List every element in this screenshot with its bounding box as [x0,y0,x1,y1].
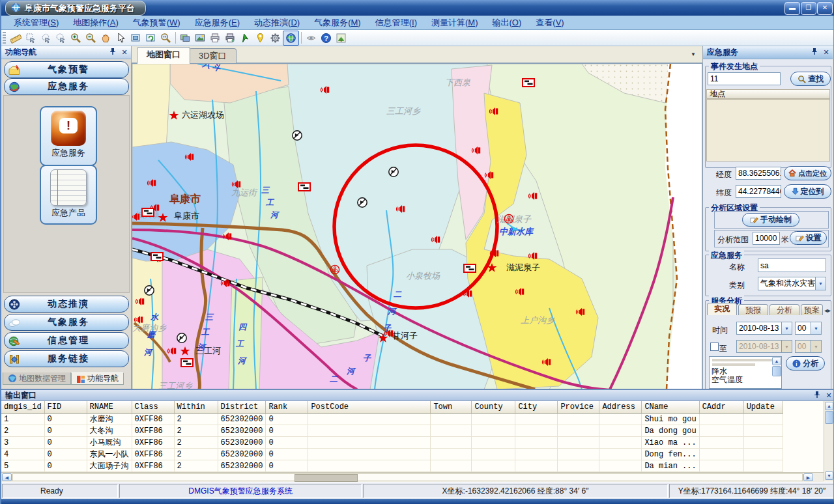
location-list[interactable] [706,99,830,161]
element-list[interactable]: 降水空气温度 [709,356,782,389]
scroll-thumb[interactable] [295,474,358,482]
shortcut-应急服务[interactable]: !应急服务 [40,106,97,166]
column-header-Address[interactable]: Address [599,401,642,413]
date-select[interactable]: 2010-08-13▼ [736,322,792,335]
manual-draw-button[interactable]: 手动绘制 [742,213,799,227]
column-header-Within[interactable]: Within [174,401,218,413]
service-type-select[interactable]: 气象和洪水灾害▼ [758,277,826,290]
toolbar-button-green-pointer[interactable] [238,31,253,45]
pin-icon[interactable] [108,48,117,57]
toolbar-button-pan-hand[interactable] [98,31,113,45]
table-row[interactable]: 30小马厩沟0XFF8626523020000Xiao ma ... [1,437,783,449]
menu-item-查看[interactable]: 查看(V) [528,17,571,29]
table-row[interactable]: 10水磨沟0XFF8626523020000Shui mo gou [1,413,783,425]
toolbar-button-zoom-out[interactable] [83,31,98,45]
minimize-button[interactable]: ▬ [784,2,800,15]
column-header-CAddr[interactable]: CAddr [699,401,743,413]
toolbar-button-place-marker[interactable] [253,31,268,45]
latitude-input[interactable]: 44.22778446 [736,185,781,198]
nav-group-服务链接[interactable]: 服务链接 [4,350,129,367]
nav-group-气象预警[interactable]: 气象预警 [4,61,129,78]
toolbar-button-scene-image[interactable] [334,31,349,45]
analyze-button[interactable]: i 分析 [786,356,825,371]
toolbar-button-select-polygon[interactable] [38,31,53,45]
panel-tab-地图数据管理[interactable]: 地图数据管理 [3,372,71,385]
toolbar-button-print-setup[interactable] [223,31,238,45]
analysis-tab-分析[interactable]: 分析 [769,304,799,315]
range-input[interactable]: 10000 [753,232,780,245]
menu-item-测量计算[interactable]: 测量计算(M) [424,17,485,29]
longitude-input[interactable]: 88.36255061 [736,167,781,180]
column-header-CName[interactable]: CName [642,401,699,413]
column-header-PostCode[interactable]: PostCode [308,401,431,413]
output-vertical-scrollbar[interactable]: ▲ ▼ [824,401,834,481]
nav-group-气象服务[interactable]: 气象服务 [4,314,129,331]
analysis-tab-预案[interactable]: 预案 [801,304,823,315]
location-search-input[interactable]: 11 [708,72,781,85]
column-header-RNAME[interactable]: RNAME [87,401,132,413]
map-tab-3D窗口[interactable]: 3D窗口 [189,48,237,64]
shortcut-应急产品[interactable]: 应急产品 [40,165,97,225]
click-locate-button[interactable]: 点击定位 [784,166,831,180]
chevron-down-icon[interactable]: ▼ [688,50,698,60]
table-row[interactable]: 40东风一小队0XFF8626523020000Dong fen... [1,449,783,460]
toolbar-button-select-rect[interactable] [23,31,38,45]
menu-item-动态推演[interactable]: 动态推演(D) [247,17,307,29]
column-header-Provice[interactable]: Provice [558,401,599,413]
column-header-dmgis_id[interactable]: dmgis_id [1,401,44,413]
nav-group-动态推演[interactable]: 动态推演 [4,296,129,313]
toolbar-button-help[interactable]: ? [319,31,334,45]
column-header-District[interactable]: District [218,401,266,413]
map-canvas[interactable]: 八 斗六运湖农场三工河乡下西泉九运街阜康市城关镇阜康市滋泥泉子中新水库滋泥泉子小… [132,63,702,390]
to-checkbox[interactable] [710,343,719,351]
pin-icon[interactable] [812,391,822,400]
toolbar-button-measure-ruler[interactable] [8,31,23,45]
toolbar-button-layers[interactable] [178,31,193,45]
toolbar-button-eye-view[interactable] [304,31,319,45]
analysis-tab-预报[interactable]: 预报 [738,304,768,315]
table-row[interactable]: 20大冬沟0XFF8626523020000Da dong gou [1,425,783,437]
toolbar-button-select-lasso[interactable] [53,31,68,45]
find-button[interactable]: 查找 [790,72,831,86]
column-header-City[interactable]: City [515,401,558,413]
close-icon[interactable]: ✕ [822,48,831,57]
column-header-County[interactable]: County [472,401,515,413]
column-header-Rank[interactable]: Rank [266,401,308,413]
tab-scroll-arrows[interactable]: ◂▸ [824,307,831,314]
menu-item-地图操作[interactable]: 地图操作(A) [66,17,125,29]
element-item-空气温度[interactable]: 空气温度 [710,376,781,384]
analysis-tab-实况[interactable]: 实况 [707,303,737,315]
toolbar-button-pointer[interactable] [113,31,128,45]
restore-button[interactable]: ❒ [801,2,816,15]
column-header-FID[interactable]: FID [44,401,87,413]
set-button[interactable]: 设置 [790,231,827,245]
toolbar-button-refresh-view[interactable] [143,31,158,45]
close-icon[interactable]: ✕ [120,48,129,57]
nav-group-信息管理[interactable]: 信息管理 [4,332,129,349]
menu-item-应急服务[interactable]: 应急服务(E) [188,17,247,29]
menu-item-气象预警[interactable]: 气象预警(W) [126,17,188,29]
toolbar-button-zoom-in[interactable] [68,31,83,45]
column-header-Town[interactable]: Town [431,401,472,413]
panel-tab-功能导航[interactable]: 功能导航 [71,372,124,385]
element-list-scrollbar[interactable]: ▲ [772,357,781,388]
toolbar-button-settings-gear[interactable] [268,31,283,45]
menu-item-系统管理[interactable]: 系统管理(S) [7,17,66,29]
toolbar-button-globe-3d[interactable] [283,31,299,46]
hour-select[interactable]: 00▼ [795,322,822,335]
toolbar-button-zoom-scale[interactable] [158,31,173,45]
toolbar-button-print[interactable] [208,31,223,45]
close-icon[interactable]: ✕ [824,391,833,400]
map-tab-地图窗口[interactable]: 地图窗口 [137,47,190,64]
menu-item-输出[interactable]: 输出(O) [485,17,529,29]
menu-item-信息管理[interactable]: 信息管理(I) [368,17,424,29]
close-button[interactable]: ✕ [817,2,833,15]
toolbar-button-export-image[interactable] [193,31,208,45]
column-header-Update[interactable]: Update [743,401,783,413]
output-horizontal-scrollbar[interactable]: ◀ ▶ [1,472,824,482]
toolbar-button-full-extent[interactable] [128,31,143,45]
pin-icon[interactable] [810,48,819,57]
menu-item-气象服务[interactable]: 气象服务(M) [307,17,368,29]
nav-group-应急服务[interactable]: 应急服务 [4,78,129,95]
table-row[interactable]: 50大面场子沟0XFF8626523020000Da mian ... [1,460,783,472]
